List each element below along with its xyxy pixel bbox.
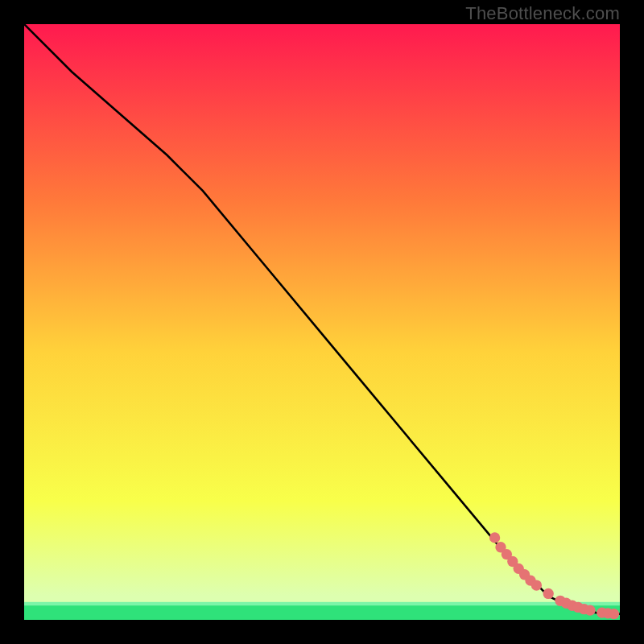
marker-point: [489, 532, 500, 543]
green-band-highlight: [24, 602, 620, 605]
chart-plot: [24, 24, 620, 620]
gradient-bg: [24, 24, 620, 620]
marker-point: [543, 588, 554, 599]
marker-point: [584, 605, 595, 616]
marker-point: [609, 609, 619, 619]
chart-frame: TheBottleneck.com: [0, 0, 644, 644]
green-band: [24, 603, 620, 620]
marker-point: [531, 580, 542, 590]
watermark-label: TheBottleneck.com: [465, 3, 620, 24]
